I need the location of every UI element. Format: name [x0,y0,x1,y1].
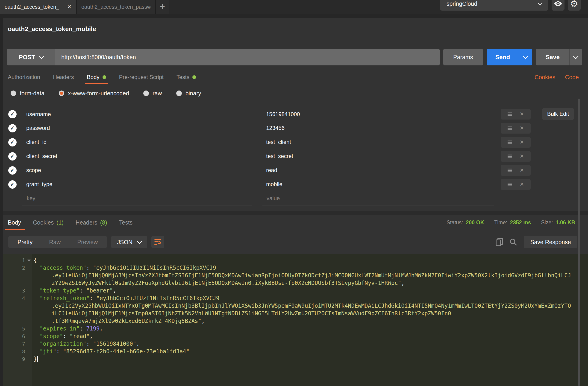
param-value-field[interactable]: 15619841000 [262,107,494,121]
param-value-field[interactable]: mobile [262,177,494,191]
row-checkbox-cell: ✓ [3,107,22,121]
code-line: "access_token": "eyJhbGciOiJIUzI1NiIsInR… [32,264,588,272]
copy-response-button[interactable] [496,238,503,246]
param-key-field[interactable]: password [22,121,252,135]
environment-quick-look-button[interactable] [552,0,565,11]
row-actions: ✕ [501,179,531,190]
drag-handle-icon[interactable] [507,183,513,186]
delete-row-icon[interactable]: ✕ [520,111,524,117]
response-panel: BodyCookies(1)Headers(8)Tests Status:200… [3,215,588,386]
code-link[interactable]: Code [565,74,579,81]
text-cursor [37,356,38,362]
checkbox-checked-icon[interactable]: ✓ [8,110,17,118]
save-response-button[interactable]: Save Response [524,236,577,248]
param-value-field[interactable]: test_secret [262,149,494,163]
checkbox-checked-icon[interactable]: ✓ [8,124,17,132]
url-input[interactable] [55,49,440,65]
param-value-field[interactable]: 123456 [262,121,494,135]
request-tab-1-label: oauth2_access_token_ [5,4,64,10]
view-mode-pretty[interactable]: Pretty [9,239,41,245]
delete-row-icon[interactable]: ✕ [520,167,524,173]
row-actions: ✕ [501,137,531,148]
fold-caret-icon[interactable] [27,260,31,262]
response-tab-body[interactable]: Body [8,215,21,230]
tab-body[interactable]: Body [87,70,106,84]
drag-handle-icon[interactable] [507,140,513,144]
view-mode-preview[interactable]: Preview [69,239,106,245]
param-key-field[interactable]: client_secret [22,149,252,163]
add-tab-button[interactable]: + [156,0,169,14]
send-button[interactable]: Send [487,49,519,65]
drag-handle-icon[interactable] [507,154,513,159]
line-number: 2 [3,264,32,272]
radio-unselected-icon[interactable] [11,91,16,96]
checkbox-checked-icon[interactable]: ✓ [8,180,17,189]
radio-selected-icon[interactable] [59,91,64,96]
param-value-field[interactable]: test_client [262,135,494,149]
new-key-input[interactable] [26,195,242,202]
new-value-input[interactable] [266,195,483,202]
checkbox-checked-icon[interactable]: ✓ [8,152,17,161]
param-key-field[interactable]: scope [22,163,252,177]
body-mode-x-www-form-urlencoded[interactable]: x-www-form-urlencoded [59,90,129,97]
param-row-username: ✓username15619841000✕Bulk Edit [3,107,588,121]
param-value-field[interactable]: read [262,163,494,177]
token-s: "bearer" [86,287,113,294]
save-options-button[interactable] [569,49,582,65]
body-mode-raw[interactable]: raw [143,90,162,97]
tab-tests[interactable]: Tests [176,70,196,84]
tab-pre-request-script[interactable]: Pre-request Script [119,70,164,84]
response-tab-tests[interactable]: Tests [119,215,132,230]
param-key-field[interactable]: username [22,107,252,121]
body-mode-form-data[interactable]: form-data [11,90,44,97]
line-number: 1 [3,257,32,264]
tab-authorization[interactable]: Authorization [8,70,40,84]
tab-label: Tests [176,74,189,80]
checkbox-checked-icon[interactable]: ✓ [8,166,17,175]
environment-select[interactable]: springCloud [440,0,548,11]
json-code[interactable]: {"access_token": "eyJhbGciOiJIUzI1NiIsIn… [32,257,588,363]
token-s: iLCJleHAiOjE1NjQ1MjE1MjcsImp0aSI6IjNhZTk… [52,310,451,317]
line-number: 6 [3,333,32,340]
drag-handle-icon[interactable] [507,112,513,116]
save-button[interactable]: Save [536,49,569,65]
chevron-down-icon [538,0,543,5]
delete-row-icon[interactable]: ✕ [520,125,524,131]
eye-icon [554,1,562,7]
checkbox-checked-icon[interactable]: ✓ [8,138,17,146]
radio-unselected-icon[interactable] [143,91,149,96]
scrollbar[interactable] [578,99,580,386]
tab-headers[interactable]: Headers [53,70,74,84]
params-button[interactable]: Params [443,49,483,65]
response-tab-cookies[interactable]: Cookies(1) [33,215,63,230]
view-mode-raw[interactable]: Raw [41,239,69,245]
search-response-button[interactable] [509,238,517,246]
radio-unselected-icon[interactable] [176,91,182,96]
bulk-edit-button[interactable]: Bulk Edit [542,108,574,120]
request-tab-2[interactable]: oauth2_access_token_passw [77,0,156,14]
wrap-text-button[interactable] [151,236,164,248]
response-tab-headers[interactable]: Headers(8) [76,215,107,230]
token-p: , [401,280,404,286]
close-tab-icon[interactable]: ✕ [67,4,71,10]
param-key-field[interactable]: grant_type [22,177,252,191]
code-line: "scope": "read", [32,333,588,340]
settings-button[interactable]: ⚙ [568,0,581,11]
meta-label: Status: [446,220,463,226]
meta-label: Size: [541,220,553,226]
delete-row-icon[interactable]: ✕ [520,153,524,159]
drag-handle-icon[interactable] [507,126,513,130]
token-k: "access_token" [40,265,86,271]
cookies-link[interactable]: Cookies [535,74,555,81]
drag-handle-icon[interactable] [507,168,513,173]
language-select[interactable]: JSON [111,236,147,248]
body-mode-binary[interactable]: binary [176,90,201,97]
token-s: "15619841000" [93,341,136,347]
param-key-field[interactable]: client_id [22,135,252,149]
delete-row-icon[interactable]: ✕ [520,139,524,145]
line-number [3,302,32,310]
send-options-button[interactable] [519,49,532,65]
method-select[interactable]: POST [7,49,55,65]
request-tab-1[interactable]: oauth2_access_token_ ✕ [0,0,77,14]
delete-row-icon[interactable]: ✕ [520,181,524,187]
